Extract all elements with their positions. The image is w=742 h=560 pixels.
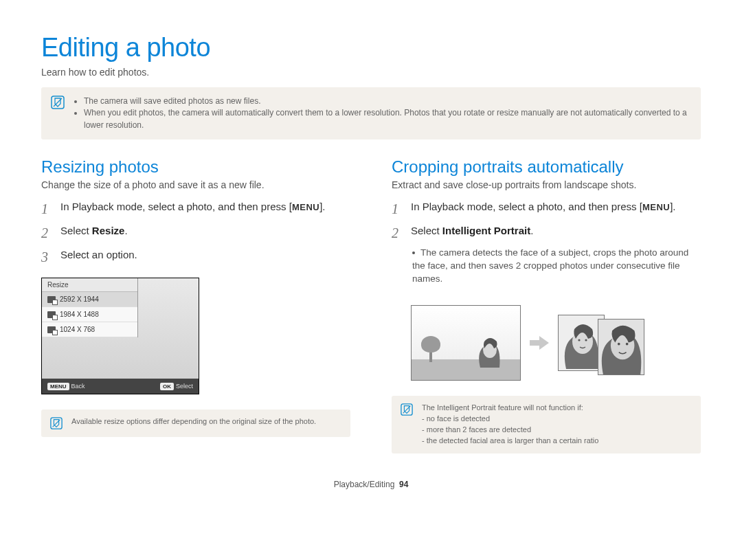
- note-icon: [400, 403, 414, 416]
- size-icon: [47, 311, 56, 318]
- step-text: In Playback mode, select a photo, and th…: [411, 201, 642, 212]
- step-2: 2 Select Intelligent Portrait.: [392, 224, 701, 243]
- resize-note-box: Available resize options differ dependin…: [41, 410, 350, 437]
- note-text: Available resize options differ dependin…: [71, 416, 316, 427]
- section-desc: Extract and save close-up portraits from…: [392, 179, 701, 190]
- column-resizing: Resizing photos Change the size of a pho…: [41, 157, 350, 453]
- content-columns: Resizing photos Change the size of a pho…: [41, 157, 701, 453]
- page-subtitle: Learn how to edit photos.: [41, 67, 701, 78]
- page-root: Editing a photo Learn how to edit photos…: [0, 0, 742, 503]
- column-cropping: Cropping portraits automatically Extract…: [392, 157, 701, 453]
- menu-back-label: Back: [71, 383, 85, 390]
- menu-button-label: MENU: [292, 202, 319, 212]
- note-item: When you edit photos, the camera will au…: [84, 107, 691, 131]
- step-text: Select an option.: [60, 248, 350, 262]
- step-1: 1 In Playback mode, select a photo, and …: [392, 200, 701, 219]
- menu-title: Resize: [42, 278, 137, 292]
- svg-point-7: [618, 343, 620, 346]
- page-number: 94: [399, 480, 408, 489]
- step-text: ].: [319, 201, 325, 212]
- svg-point-4: [578, 339, 580, 341]
- resize-menu-screenshot: Resize 2592 X 1944 1984 X 1488 1024 X 76…: [41, 278, 199, 394]
- bold-term: Intelligent Portrait: [442, 225, 530, 236]
- bold-term: Resize: [92, 225, 125, 236]
- portrait-thumbnail: [598, 319, 644, 375]
- note-item: no face is detected: [422, 414, 598, 425]
- menu-select-btn: OK: [160, 383, 174, 390]
- note-icon: [49, 416, 63, 430]
- step-3: 3 Select an option.: [41, 248, 350, 267]
- menu-select-label: Select: [176, 383, 193, 390]
- face-mini-icon: [473, 332, 504, 368]
- portrait-illustration: [411, 305, 701, 381]
- step-text: Select: [411, 225, 442, 236]
- menu-back-btn: MENU: [47, 383, 69, 390]
- step-text: .: [530, 225, 533, 236]
- menu-item: 2592 X 1944: [42, 292, 137, 307]
- step-text: .: [124, 225, 127, 236]
- note-item: The camera will save edited photos as ne…: [84, 96, 691, 107]
- note-icon: [51, 96, 65, 109]
- top-note-box: The camera will save edited photos as ne…: [41, 87, 701, 139]
- tree-icon: [421, 336, 440, 362]
- menu-item-label: 1024 X 768: [60, 326, 95, 333]
- svg-point-5: [585, 339, 587, 341]
- menu-item-label: 1984 X 1488: [60, 311, 99, 318]
- step-number: 2: [392, 224, 404, 243]
- section-desc: Change the size of a photo and save it a…: [41, 179, 350, 190]
- menu-item: 1984 X 1488: [42, 307, 137, 322]
- step-number: 1: [41, 200, 54, 219]
- step-2: 2 Select Resize.: [41, 224, 350, 243]
- menu-footer: MENUBack OKSelect: [42, 379, 199, 394]
- arrow-right-icon: [529, 333, 550, 353]
- bullet-dot-icon: [412, 251, 415, 254]
- step-sub-bullet: The camera detects the face of a subject…: [412, 247, 701, 286]
- menu-item: 1024 X 768: [42, 322, 137, 337]
- step-text: In Playback mode, select a photo, and th…: [60, 201, 292, 212]
- portrait-note-box: The Intelligent Portrait feature will no…: [392, 396, 701, 453]
- bullet-text: The camera detects the face of a subject…: [412, 247, 688, 284]
- step-number: 3: [41, 248, 54, 267]
- section-heading-cropping: Cropping portraits automatically: [392, 157, 701, 177]
- page-title: Editing a photo: [41, 33, 701, 63]
- step-text: Select: [60, 225, 92, 236]
- step-1: 1 In Playback mode, select a photo, and …: [41, 200, 350, 219]
- footer-section: Playback/Editing: [334, 480, 395, 489]
- page-footer: Playback/Editing 94: [41, 480, 701, 489]
- landscape-thumbnail: [411, 305, 521, 381]
- size-icon: [47, 296, 56, 303]
- note-intro: The Intelligent Portrait feature will no…: [422, 403, 598, 414]
- svg-point-8: [626, 343, 629, 346]
- note-item: the detected facial area is larger than …: [422, 436, 598, 447]
- note-item: more than 2 faces are detected: [422, 425, 598, 436]
- step-number: 2: [41, 224, 54, 243]
- step-text: ].: [670, 201, 675, 212]
- menu-item-label: 2592 X 1944: [60, 295, 99, 303]
- size-icon: [47, 326, 56, 333]
- portrait-thumbnails: [558, 315, 644, 371]
- step-number: 1: [392, 200, 404, 219]
- menu-button-label: MENU: [642, 202, 670, 212]
- section-heading-resizing: Resizing photos: [41, 157, 350, 177]
